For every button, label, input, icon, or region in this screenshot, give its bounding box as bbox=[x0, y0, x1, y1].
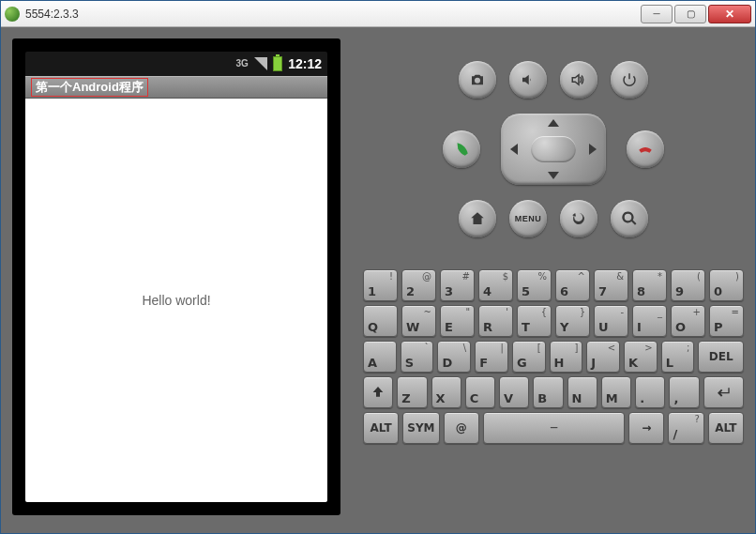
key-space[interactable]: ─ bbox=[483, 412, 625, 444]
keyboard-row-2: QW~E"R'T{Y}U-I_O+P= bbox=[363, 305, 744, 337]
enter-icon bbox=[716, 385, 731, 400]
keyboard-row-5: ALTSYM@─→/?ALT bbox=[363, 412, 744, 444]
key-x[interactable]: X bbox=[431, 376, 461, 408]
end-call-button[interactable] bbox=[627, 130, 664, 168]
search-button[interactable] bbox=[611, 200, 648, 237]
key-@[interactable]: @ bbox=[444, 412, 479, 444]
dpad-right-button[interactable] bbox=[589, 144, 597, 155]
key-q[interactable]: Q bbox=[363, 305, 398, 337]
hardware-buttons: MENU bbox=[363, 38, 744, 269]
volume-down-icon bbox=[520, 71, 537, 88]
call-start-icon bbox=[453, 141, 470, 158]
keyboard-row-4: ZXCVBNM., bbox=[363, 376, 744, 408]
key-3[interactable]: 3# bbox=[440, 269, 475, 301]
dpad-left-button[interactable] bbox=[510, 144, 518, 155]
key-b[interactable]: B bbox=[533, 376, 563, 408]
key-v[interactable]: V bbox=[499, 376, 529, 408]
key-u[interactable]: U- bbox=[594, 305, 628, 337]
key-9[interactable]: 9( bbox=[671, 269, 705, 301]
menu-label: MENU bbox=[515, 214, 542, 223]
home-icon bbox=[469, 210, 486, 227]
key-l[interactable]: L; bbox=[661, 341, 695, 373]
window-titlebar: 5554:2.3.3 ─ ▢ ✕ bbox=[1, 1, 755, 27]
app-title: 第一个Android程序 bbox=[31, 78, 148, 97]
key-0[interactable]: 0) bbox=[709, 269, 744, 301]
phone-panel: 3G 12:12 第一个Android程序 Hello world! bbox=[12, 38, 352, 522]
home-button[interactable] bbox=[459, 200, 496, 237]
key-p[interactable]: P= bbox=[709, 305, 744, 337]
maximize-button[interactable]: ▢ bbox=[674, 5, 706, 23]
app-titlebar: 第一个Android程序 bbox=[25, 76, 327, 99]
volume-up-button[interactable] bbox=[560, 61, 597, 99]
key-r[interactable]: R' bbox=[478, 305, 513, 337]
key-j[interactable]: J< bbox=[586, 341, 620, 373]
key-t[interactable]: T{ bbox=[517, 305, 552, 337]
phone-bezel: 3G 12:12 第一个Android程序 Hello world! bbox=[12, 38, 340, 515]
phone-screen[interactable]: 3G 12:12 第一个Android程序 Hello world! bbox=[25, 52, 327, 502]
key-g[interactable]: G[ bbox=[512, 341, 546, 373]
key-7[interactable]: 7& bbox=[594, 269, 628, 301]
key-5[interactable]: 5% bbox=[517, 269, 552, 301]
menu-button[interactable]: MENU bbox=[509, 200, 547, 237]
network-3g-icon: 3G bbox=[235, 57, 249, 70]
controls-panel: MENU 1!2@3#4$5%6^7&8*9(0) QW~E"R'T{Y}U-I… bbox=[363, 38, 744, 522]
key-k[interactable]: K> bbox=[624, 341, 658, 373]
power-button[interactable] bbox=[611, 61, 648, 99]
keyboard-row-1: 1!2@3#4$5%6^7&8*9(0) bbox=[363, 269, 744, 301]
power-icon bbox=[621, 71, 638, 88]
key-/[interactable]: /? bbox=[668, 412, 703, 444]
key-f[interactable]: F| bbox=[475, 341, 508, 373]
key-i[interactable]: I_ bbox=[632, 305, 667, 337]
volume-up-icon bbox=[570, 71, 587, 88]
key-8[interactable]: 8* bbox=[632, 269, 667, 301]
key-shift[interactable] bbox=[363, 376, 393, 408]
key-s[interactable]: S` bbox=[401, 341, 434, 373]
window-title: 5554:2.3.3 bbox=[25, 8, 79, 21]
dpad-up-button[interactable] bbox=[548, 119, 559, 127]
key-h[interactable]: H] bbox=[550, 341, 583, 373]
key-sym[interactable]: SYM bbox=[402, 412, 439, 444]
key-alt[interactable]: ALT bbox=[708, 412, 744, 444]
call-button[interactable] bbox=[443, 130, 480, 168]
close-button[interactable]: ✕ bbox=[708, 5, 751, 23]
key-enter[interactable] bbox=[703, 376, 744, 408]
hello-text: Hello world! bbox=[142, 293, 210, 308]
minimize-button[interactable]: ─ bbox=[641, 5, 673, 23]
key-n[interactable]: N bbox=[567, 376, 597, 408]
key-2[interactable]: 2@ bbox=[401, 269, 436, 301]
back-button[interactable] bbox=[560, 200, 597, 237]
key-c[interactable]: C bbox=[465, 376, 495, 408]
status-clock: 12:12 bbox=[288, 56, 322, 71]
key-d[interactable]: D\ bbox=[437, 341, 471, 373]
key-z[interactable]: Z bbox=[397, 376, 427, 408]
key-e[interactable]: E" bbox=[440, 305, 475, 337]
key-w[interactable]: W~ bbox=[401, 305, 436, 337]
battery-icon bbox=[273, 56, 282, 71]
key-y[interactable]: Y} bbox=[555, 305, 590, 337]
key-,[interactable]: , bbox=[669, 376, 699, 408]
emulator-window: 5554:2.3.3 ─ ▢ ✕ 3G 12:12 第一个Android程序 bbox=[0, 0, 756, 534]
dpad-down-button[interactable] bbox=[548, 172, 559, 179]
key-4[interactable]: 4$ bbox=[478, 269, 513, 301]
key-1[interactable]: 1! bbox=[363, 269, 398, 301]
android-favicon-icon bbox=[5, 7, 20, 22]
key-a[interactable]: A bbox=[363, 341, 397, 373]
signal-icon bbox=[254, 57, 267, 70]
back-icon bbox=[570, 210, 587, 227]
key-del[interactable]: DEL bbox=[698, 341, 744, 373]
key-.[interactable]: . bbox=[635, 376, 665, 408]
dpad-center-button[interactable] bbox=[531, 136, 576, 162]
key-6[interactable]: 6^ bbox=[555, 269, 590, 301]
key-right-arrow[interactable]: → bbox=[628, 412, 664, 444]
key-o[interactable]: O+ bbox=[671, 305, 705, 337]
dpad bbox=[501, 114, 606, 185]
key-alt[interactable]: ALT bbox=[363, 412, 399, 444]
volume-down-button[interactable] bbox=[509, 61, 547, 99]
keyboard-row-3: AS`D\F|G[H]J<K>L;DEL bbox=[363, 341, 744, 373]
keyboard: 1!2@3#4$5%6^7&8*9(0) QW~E"R'T{Y}U-I_O+P=… bbox=[363, 269, 744, 444]
app-body: Hello world! bbox=[25, 99, 327, 502]
client-area: 3G 12:12 第一个Android程序 Hello world! bbox=[1, 27, 755, 533]
android-statusbar: 3G 12:12 bbox=[25, 52, 327, 76]
key-m[interactable]: M bbox=[601, 376, 631, 408]
camera-button[interactable] bbox=[459, 61, 496, 99]
